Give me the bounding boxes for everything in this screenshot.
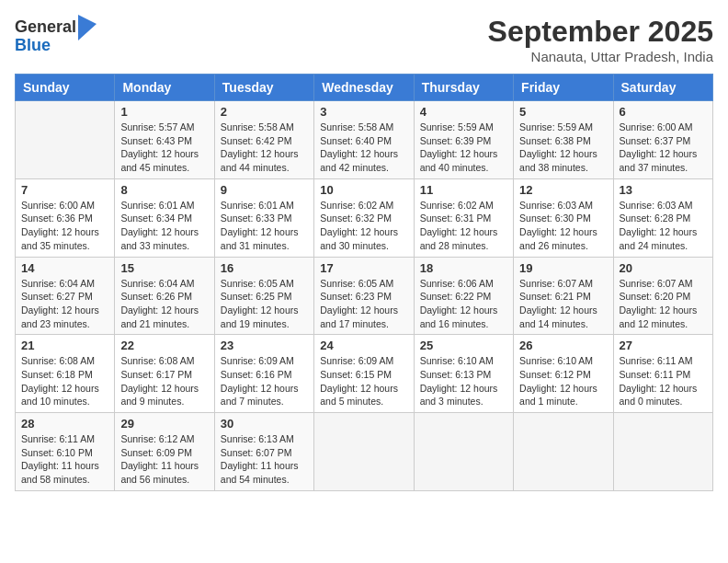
calendar-cell: 6Sunrise: 6:00 AM Sunset: 6:37 PM Daylig… — [613, 101, 712, 179]
day-info: Sunrise: 5:57 AM Sunset: 6:43 PM Dayligh… — [120, 121, 208, 175]
day-info: Sunrise: 6:03 AM Sunset: 6:28 PM Dayligh… — [620, 199, 707, 253]
day-number: 13 — [620, 183, 707, 197]
subtitle: Nanauta, Uttar Pradesh, India — [488, 49, 713, 64]
day-info: Sunrise: 6:00 AM Sunset: 6:36 PM Dayligh… — [21, 199, 108, 253]
logo-icon — [78, 15, 97, 40]
calendar-cell: 7Sunrise: 6:00 AM Sunset: 6:36 PM Daylig… — [16, 178, 115, 257]
day-info: Sunrise: 6:11 AM Sunset: 6:10 PM Dayligh… — [21, 432, 108, 487]
calendar-cell: 24Sunrise: 6:09 AM Sunset: 6:15 PM Dayli… — [314, 335, 414, 413]
day-info: Sunrise: 6:06 AM Sunset: 6:22 PM Dayligh… — [420, 277, 507, 331]
calendar-cell — [514, 413, 613, 491]
day-info: Sunrise: 5:59 AM Sunset: 6:39 PM Dayligh… — [420, 121, 507, 175]
calendar-cell: 25Sunrise: 6:10 AM Sunset: 6:13 PM Dayli… — [414, 335, 513, 413]
day-number: 25 — [420, 339, 507, 352]
week-row-5: 28Sunrise: 6:11 AM Sunset: 6:10 PM Dayli… — [16, 413, 713, 491]
calendar-cell: 18Sunrise: 6:06 AM Sunset: 6:22 PM Dayli… — [414, 257, 513, 335]
day-number: 2 — [221, 105, 308, 119]
day-number: 16 — [221, 261, 308, 275]
calendar-cell: 22Sunrise: 6:08 AM Sunset: 6:17 PM Dayli… — [115, 335, 214, 413]
day-number: 6 — [620, 105, 707, 119]
day-number: 24 — [320, 339, 407, 352]
day-info: Sunrise: 6:07 AM Sunset: 6:20 PM Dayligh… — [620, 277, 707, 331]
calendar-cell: 1Sunrise: 5:57 AM Sunset: 6:43 PM Daylig… — [115, 101, 214, 179]
day-info: Sunrise: 6:10 AM Sunset: 6:13 PM Dayligh… — [420, 354, 507, 408]
header: General Blue September 2025 Nanauta, Utt… — [15, 15, 713, 64]
day-number: 20 — [620, 261, 707, 275]
calendar-cell: 13Sunrise: 6:03 AM Sunset: 6:28 PM Dayli… — [613, 178, 712, 257]
title-area: September 2025 Nanauta, Uttar Pradesh, I… — [488, 15, 713, 64]
day-info: Sunrise: 6:02 AM Sunset: 6:32 PM Dayligh… — [320, 199, 407, 253]
day-info: Sunrise: 6:03 AM Sunset: 6:30 PM Dayligh… — [519, 199, 607, 253]
day-number: 14 — [21, 261, 108, 275]
weekday-wednesday: Wednesday — [314, 75, 414, 101]
calendar-cell: 30Sunrise: 6:13 AM Sunset: 6:07 PM Dayli… — [214, 413, 313, 491]
calendar-cell: 17Sunrise: 6:05 AM Sunset: 6:23 PM Dayli… — [314, 257, 414, 335]
calendar-cell: 29Sunrise: 6:12 AM Sunset: 6:09 PM Dayli… — [115, 413, 214, 491]
calendar-cell: 28Sunrise: 6:11 AM Sunset: 6:10 PM Dayli… — [16, 413, 115, 491]
day-number: 11 — [420, 183, 507, 197]
weekday-thursday: Thursday — [414, 75, 513, 101]
calendar-cell — [16, 101, 115, 179]
calendar-cell: 19Sunrise: 6:07 AM Sunset: 6:21 PM Dayli… — [514, 257, 613, 335]
weekday-tuesday: Tuesday — [214, 75, 313, 101]
day-number: 17 — [320, 261, 407, 275]
day-info: Sunrise: 6:09 AM Sunset: 6:16 PM Dayligh… — [221, 354, 308, 408]
day-number: 9 — [221, 183, 308, 197]
week-row-4: 21Sunrise: 6:08 AM Sunset: 6:18 PM Dayli… — [16, 335, 713, 413]
day-info: Sunrise: 6:13 AM Sunset: 6:07 PM Dayligh… — [221, 432, 308, 487]
day-info: Sunrise: 6:00 AM Sunset: 6:37 PM Dayligh… — [620, 121, 707, 175]
calendar-cell: 16Sunrise: 6:05 AM Sunset: 6:25 PM Dayli… — [214, 257, 313, 335]
day-info: Sunrise: 6:02 AM Sunset: 6:31 PM Dayligh… — [420, 199, 507, 253]
day-number: 29 — [120, 417, 208, 431]
day-info: Sunrise: 6:05 AM Sunset: 6:25 PM Dayligh… — [221, 277, 308, 331]
calendar-body: 1Sunrise: 5:57 AM Sunset: 6:43 PM Daylig… — [16, 101, 713, 491]
logo: General Blue — [15, 15, 97, 55]
calendar-cell: 3Sunrise: 5:58 AM Sunset: 6:40 PM Daylig… — [314, 101, 414, 179]
day-info: Sunrise: 6:08 AM Sunset: 6:18 PM Dayligh… — [21, 354, 108, 408]
day-number: 26 — [519, 339, 607, 352]
day-info: Sunrise: 6:12 AM Sunset: 6:09 PM Dayligh… — [120, 432, 208, 487]
day-number: 30 — [221, 417, 308, 431]
calendar-cell — [314, 413, 414, 491]
day-info: Sunrise: 6:01 AM Sunset: 6:33 PM Dayligh… — [221, 199, 308, 253]
calendar-cell: 10Sunrise: 6:02 AM Sunset: 6:32 PM Dayli… — [314, 178, 414, 257]
calendar-cell: 26Sunrise: 6:10 AM Sunset: 6:12 PM Dayli… — [514, 335, 613, 413]
day-number: 5 — [519, 105, 607, 119]
day-number: 15 — [120, 261, 208, 275]
day-number: 23 — [221, 339, 308, 352]
calendar-cell: 4Sunrise: 5:59 AM Sunset: 6:39 PM Daylig… — [414, 101, 513, 179]
calendar-cell: 20Sunrise: 6:07 AM Sunset: 6:20 PM Dayli… — [613, 257, 712, 335]
weekday-friday: Friday — [514, 75, 613, 101]
day-info: Sunrise: 6:01 AM Sunset: 6:34 PM Dayligh… — [120, 199, 208, 253]
day-number: 22 — [120, 339, 208, 352]
day-info: Sunrise: 5:58 AM Sunset: 6:40 PM Dayligh… — [320, 121, 407, 175]
day-number: 4 — [420, 105, 507, 119]
day-info: Sunrise: 5:59 AM Sunset: 6:38 PM Dayligh… — [519, 121, 607, 175]
week-row-2: 7Sunrise: 6:00 AM Sunset: 6:36 PM Daylig… — [16, 178, 713, 257]
day-number: 10 — [320, 183, 407, 197]
day-info: Sunrise: 6:09 AM Sunset: 6:15 PM Dayligh… — [320, 354, 407, 408]
calendar-cell: 11Sunrise: 6:02 AM Sunset: 6:31 PM Dayli… — [414, 178, 513, 257]
calendar-cell — [613, 413, 712, 491]
calendar-cell: 23Sunrise: 6:09 AM Sunset: 6:16 PM Dayli… — [214, 335, 313, 413]
weekday-sunday: Sunday — [16, 75, 115, 101]
weekday-header: SundayMondayTuesdayWednesdayThursdayFrid… — [16, 75, 713, 101]
day-info: Sunrise: 6:07 AM Sunset: 6:21 PM Dayligh… — [519, 277, 607, 331]
day-number: 18 — [420, 261, 507, 275]
day-number: 27 — [620, 339, 707, 352]
calendar: SundayMondayTuesdayWednesdayThursdayFrid… — [15, 74, 713, 491]
calendar-cell: 27Sunrise: 6:11 AM Sunset: 6:11 PM Dayli… — [613, 335, 712, 413]
logo-text-general: General — [15, 18, 76, 37]
calendar-cell: 15Sunrise: 6:04 AM Sunset: 6:26 PM Dayli… — [115, 257, 214, 335]
day-info: Sunrise: 6:04 AM Sunset: 6:26 PM Dayligh… — [120, 277, 208, 331]
month-title: September 2025 — [488, 15, 713, 49]
svg-marker-0 — [78, 15, 97, 40]
week-row-1: 1Sunrise: 5:57 AM Sunset: 6:43 PM Daylig… — [16, 101, 713, 179]
day-info: Sunrise: 5:58 AM Sunset: 6:42 PM Dayligh… — [221, 121, 308, 175]
day-number: 1 — [120, 105, 208, 119]
calendar-cell: 2Sunrise: 5:58 AM Sunset: 6:42 PM Daylig… — [214, 101, 313, 179]
calendar-cell: 9Sunrise: 6:01 AM Sunset: 6:33 PM Daylig… — [214, 178, 313, 257]
day-number: 19 — [519, 261, 607, 275]
day-number: 3 — [320, 105, 407, 119]
calendar-cell: 14Sunrise: 6:04 AM Sunset: 6:27 PM Dayli… — [16, 257, 115, 335]
